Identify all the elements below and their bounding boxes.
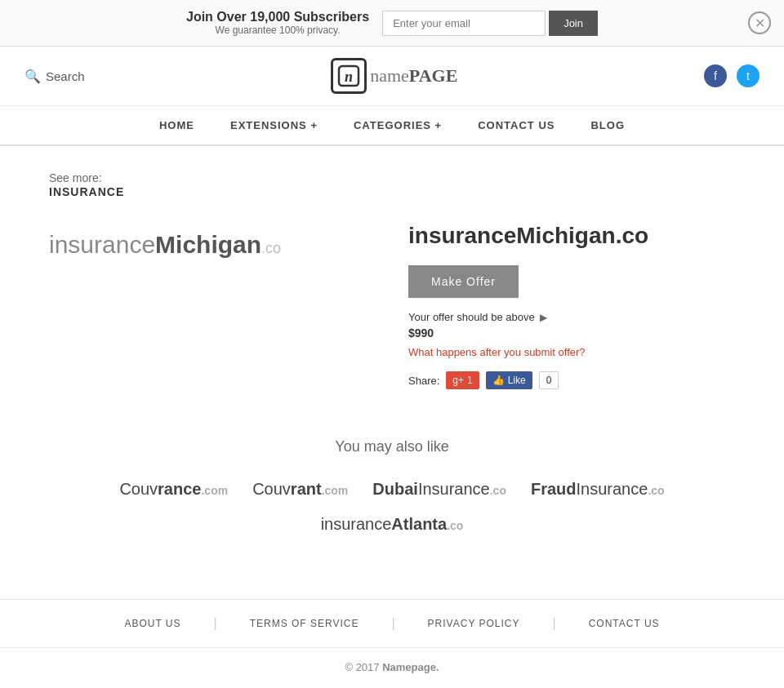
domain-logo: insuranceMichigan.co <box>49 231 281 259</box>
nav-home[interactable]: HOME <box>141 106 212 144</box>
domain-info: insuranceMichigan.co Make Offer Your off… <box>408 223 735 389</box>
footer-terms[interactable]: TERMS OF SERVICE <box>250 618 359 629</box>
footer-separator-2: | <box>391 616 394 631</box>
header: 🔍 Search n namePAGE f t <box>0 47 784 106</box>
similar-domain-fraudinsurance[interactable]: FraudInsurance.co <box>531 480 665 499</box>
footer-contact-us[interactable]: CONTACT US <box>589 618 660 629</box>
namepage-link[interactable]: Namepage. <box>382 661 439 673</box>
nav-blog[interactable]: BLOG <box>572 106 643 144</box>
offer-price: $990 <box>408 326 735 340</box>
footer-privacy[interactable]: PRIVACY POLICY <box>428 618 520 629</box>
domain-ext: .co <box>616 223 648 248</box>
logo-page: PAGE <box>409 65 457 86</box>
see-more-category: INSURANCE <box>49 185 735 198</box>
banner-text: Join Over 19,000 Subscribers We guarante… <box>186 10 369 36</box>
facebook-count: 0 <box>539 371 559 389</box>
nav-contact[interactable]: CONTACT US <box>460 106 572 144</box>
also-like-section: You may also like Couvrance.com Couvrant… <box>49 438 735 534</box>
similar-domain-couvrance[interactable]: Couvrance.com <box>119 480 228 499</box>
logo-icon: n <box>331 58 367 94</box>
nav-categories[interactable]: CATEGORIES + <box>336 106 460 144</box>
footer-separator-1: | <box>214 616 217 631</box>
gplus-icon: g+ <box>452 375 464 386</box>
footer-about-us[interactable]: ABOUT US <box>124 618 180 629</box>
make-offer-button[interactable]: Make Offer <box>408 265 519 298</box>
similar-domain-insuranceatlanta[interactable]: insuranceAtlanta.co <box>321 515 464 534</box>
logo-text: namePAGE <box>370 67 457 85</box>
email-input[interactable] <box>382 11 546 36</box>
see-more-prefix: See more: <box>49 171 102 184</box>
similar-domain-dubaiinsurance[interactable]: DubaiInsurance.co <box>372 480 506 499</box>
close-banner-button[interactable]: ✕ <box>748 11 771 34</box>
also-like-title: You may also like <box>49 438 735 455</box>
facebook-like-button[interactable]: 👍 Like <box>486 371 532 389</box>
copyright: © 2017 Namepage. <box>0 648 784 686</box>
twitter-icon[interactable]: t <box>737 64 760 87</box>
domain-showcase: insuranceMichigan.co insuranceMichigan.c… <box>49 223 735 389</box>
domain-name-bold: Michigan <box>516 223 615 248</box>
gplus-button[interactable]: g+1 <box>446 371 479 389</box>
arrow-icon: ▶ <box>540 312 547 323</box>
search-area[interactable]: 🔍 Search <box>24 69 85 84</box>
footer: ABOUT US | TERMS OF SERVICE | PRIVACY PO… <box>0 600 784 648</box>
similar-domain-couvrant[interactable]: Couvrant.com <box>252 480 348 499</box>
thumbs-up-icon: 👍 <box>492 375 505 386</box>
social-icons: f t <box>704 64 760 87</box>
search-icon: 🔍 <box>24 69 41 84</box>
top-banner: Join Over 19,000 Subscribers We guarante… <box>0 0 784 47</box>
search-label: Search <box>46 69 85 83</box>
share-label: Share: <box>408 375 439 387</box>
offer-above-text: Your offer should be above ▶ <box>408 311 735 323</box>
logo-name: name <box>370 65 409 86</box>
join-button[interactable]: Join <box>549 11 598 36</box>
navigation: HOME EXTENSIONS + CATEGORIES + CONTACT U… <box>0 106 784 146</box>
domain-title: insuranceMichigan.co <box>408 223 735 249</box>
banner-main-text: Join Over 19,000 Subscribers <box>186 10 369 24</box>
domain-name-plain: insurance <box>408 223 516 248</box>
similar-domains-row1: Couvrance.com Couvrant.com DubaiInsuranc… <box>49 480 735 499</box>
domain-logo-area: insuranceMichigan.co <box>49 223 376 389</box>
see-more-section: See more: INSURANCE <box>49 171 735 198</box>
logo-area[interactable]: n namePAGE <box>331 58 457 94</box>
banner-sub-text: We guarantee 100% privacy. <box>186 24 369 36</box>
similar-domains-row2: insuranceAtlanta.co <box>49 515 735 534</box>
copyright-text: © 2017 <box>345 661 382 673</box>
footer-separator-3: | <box>553 616 556 631</box>
logo[interactable]: n namePAGE <box>331 58 457 94</box>
svg-text:n: n <box>345 69 353 85</box>
main-content: See more: INSURANCE insuranceMichigan.co… <box>0 146 784 566</box>
facebook-icon[interactable]: f <box>704 64 727 87</box>
nav-extensions[interactable]: EXTENSIONS + <box>212 106 336 144</box>
share-row: Share: g+1 👍 Like 0 <box>408 371 735 389</box>
offer-happen-link[interactable]: What happens after you submit offer? <box>408 346 735 358</box>
